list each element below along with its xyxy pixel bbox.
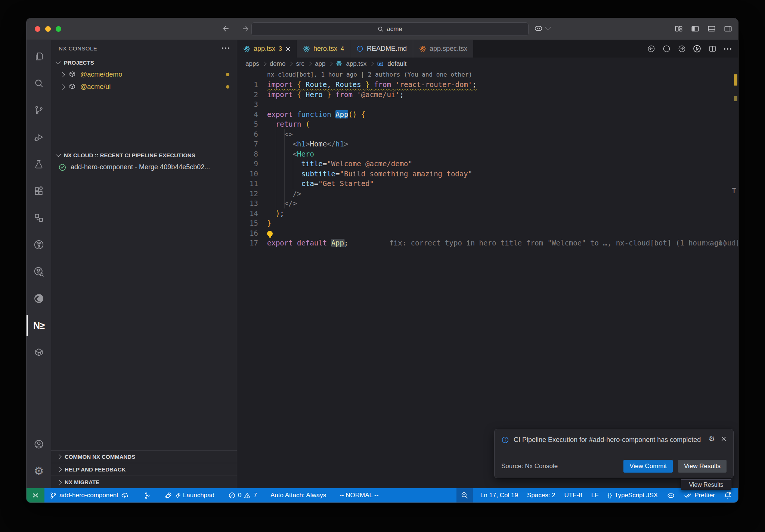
toggle-secondary-sidebar-button[interactable] [723,24,733,34]
nx-console-view-button[interactable]: N≥ [27,312,51,339]
section-projects[interactable]: PROJECTS [51,56,237,68]
code-line[interactable]: 7 <h1>Home</h1> [237,139,738,149]
vim-mode-status-item[interactable]: -- NORMAL -- [338,488,380,502]
code-line[interactable]: 5 return ( [237,119,738,129]
section-nx-cloud[interactable]: NX CLOUD :: RECENT CI PIPELINE EXECUTION… [51,149,237,161]
warning-count: 7 [253,492,257,499]
go-forward-button[interactable] [240,24,251,34]
breadcrumb-item[interactable]: app.tsx [346,60,366,68]
more-actions-icon[interactable] [222,47,229,49]
code-line[interactable]: 2import { Hero } from '@acme/ui'; [237,90,738,100]
copilot-status-item[interactable] [665,488,676,502]
tab-app-spec-tsx[interactable]: app.spec.tsx [413,40,474,58]
close-window-button[interactable] [35,26,40,32]
containers-view-button[interactable] [27,339,51,366]
testing-view-button[interactable] [27,151,51,177]
code-line[interactable]: 9 title="Welcome @acme/demo" [237,159,738,169]
copilot-menu[interactable] [534,24,550,33]
more-actions-button[interactable] [723,44,732,53]
section-common-nx-commands[interactable]: COMMON NX COMMANDS [51,450,237,463]
source-control-view-button[interactable] [27,97,51,124]
status-left: add-hero-component Launchpad 0 7 Auto At… [44,488,380,502]
project-item-acme-ui[interactable]: @acme/ui [51,81,237,93]
split-editor-button[interactable] [708,44,717,53]
main-area: N≥ ⚙ NX CONSOLE PROJECTS [27,40,738,488]
code-line[interactable]: 3 [237,99,738,109]
remote-indicator[interactable] [27,488,44,502]
code-line[interactable]: 13 </> [237,198,738,208]
notifications-status-item[interactable] [722,488,733,502]
project-graph-view-button[interactable] [27,204,51,231]
run-debug-view-button[interactable] [27,124,51,151]
breadcrumb-item[interactable]: default [387,60,406,68]
breadcrumb-item[interactable]: app [315,60,325,68]
react-icon [303,45,310,52]
explorer-view-button[interactable] [27,43,51,70]
breadcrumb-item[interactable]: demo [270,60,286,68]
code-line[interactable]: 15} [237,218,738,228]
pipeline-execution-item[interactable]: add-hero-component - Merge 409b44e5cb02.… [51,161,237,173]
tab-readme-md[interactable]: README.md [350,40,413,58]
commit-search-view-button[interactable] [27,258,51,285]
section-nx-migrate[interactable]: NX MIGRATE [51,476,237,488]
view-results-button[interactable]: View Results [678,460,727,473]
editor-group: app.tsx 3 hero.tsx 4 README.md app.spec.… [237,40,738,488]
code-line[interactable]: 8 <Hero [237,149,738,159]
code-line[interactable]: 4export function App() { [237,109,738,120]
code-line[interactable]: 17export default App;fix: correct typo i… [237,238,738,248]
launchpad-status-item[interactable]: Launchpad [162,488,216,502]
code-line[interactable]: 6 <> [237,129,738,139]
tab-app-tsx[interactable]: app.tsx 3 [237,40,297,58]
code-editor[interactable]: nx-cloud[bot], 1 hour ago | 2 authors (Y… [237,70,738,488]
go-back-button[interactable] [221,24,231,34]
zoom-status-item[interactable] [456,488,473,502]
chevron-right-icon [329,62,333,66]
cursor-position-status-item[interactable]: Ln 17, Col 19 [479,488,520,502]
customize-layout-button[interactable] [674,24,684,34]
quick-fix-lightbulb-icon[interactable] [267,231,273,236]
window-controls [35,26,61,32]
toggle-annotations-button[interactable] [662,44,671,53]
open-previous-change-button[interactable] [647,44,656,53]
breadcrumb-item[interactable]: src [296,60,304,68]
accounts-button[interactable] [27,431,51,458]
toggle-primary-sidebar-button[interactable] [690,24,700,34]
search-view-button[interactable] [27,70,51,97]
auto-attach-status-item[interactable]: Auto Attach: Always [269,488,328,502]
code-line[interactable]: 16 [237,228,738,238]
close-icon[interactable] [721,436,727,442]
toggle-panel-button[interactable] [707,24,716,34]
commit-graph-view-button[interactable] [27,231,51,258]
eol-status-item[interactable]: LF [590,488,600,502]
language-status-item[interactable]: {} TypeScript JSX [606,488,660,502]
breadcrumb-item[interactable]: apps [245,60,259,68]
code-line[interactable]: 11 cta="Get Started" [237,179,738,189]
open-next-change-button[interactable] [677,44,686,53]
problems-status-item[interactable]: 0 7 [227,488,258,502]
git-graph-status-item[interactable] [142,488,152,502]
settings-button[interactable]: ⚙ [27,458,51,485]
line-number: 7 [237,139,258,149]
close-icon[interactable] [285,46,291,52]
code-line[interactable]: 12 /> [237,189,738,199]
indentation-status-item[interactable]: Spaces: 2 [526,488,557,502]
code-line[interactable]: 1import { Route, Routes } from 'react-ro… [237,80,738,90]
code-line[interactable]: 10 subtitle="Build something amazing tod… [237,169,738,179]
view-commit-button[interactable]: View Commit [623,460,673,473]
minimize-window-button[interactable] [45,26,51,32]
section-help-and-feedback[interactable]: HELP AND FEEDBACK [51,463,237,476]
notification-settings-button[interactable]: ⚙ [709,435,715,442]
zoom-window-button[interactable] [56,26,61,32]
edge-browser-view-button[interactable] [27,285,51,312]
encoding-status-item[interactable]: UTF-8 [563,488,584,502]
code-line[interactable]: 14 ); [237,208,738,219]
panel-bottom-icon [707,24,716,33]
run-file-button[interactable] [693,44,701,53]
command-center-search[interactable]: acme [251,22,529,36]
extensions-view-button[interactable] [27,177,51,204]
tab-bar: app.tsx 3 hero.tsx 4 README.md app.spec.… [237,40,738,58]
tab-hero-tsx[interactable]: hero.tsx 4 [297,40,350,58]
project-item-acme-demo[interactable]: @acme/demo [51,68,237,81]
branch-status-item[interactable]: add-hero-component [48,488,130,502]
formatter-status-item[interactable]: Prettier [682,488,716,502]
